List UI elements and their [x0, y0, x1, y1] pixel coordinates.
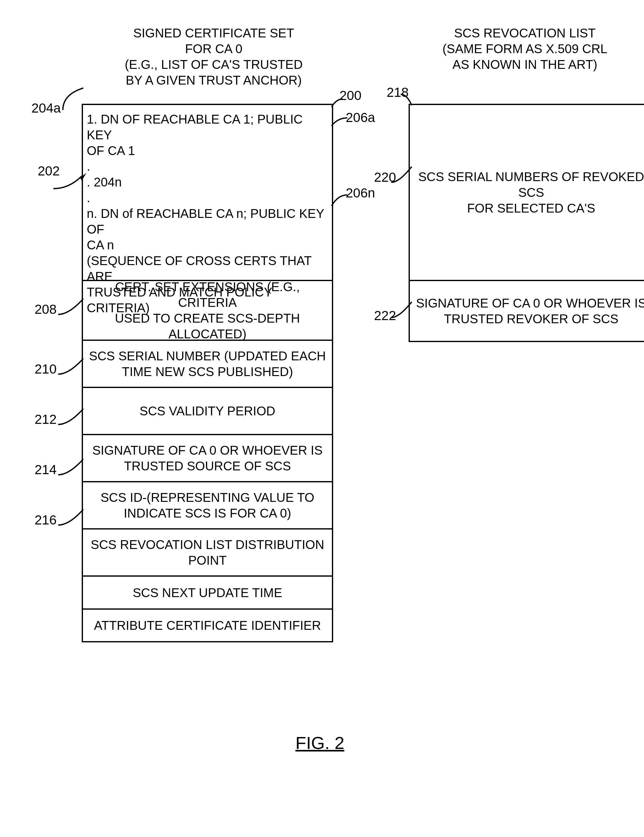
leader-200: [330, 97, 346, 110]
leader-222: [390, 299, 415, 321]
cell-next-update: SCS NEXT UPDATE TIME: [83, 577, 332, 610]
leader-218: [399, 93, 415, 108]
ref-214: 214: [34, 462, 57, 477]
right-title: SCS REVOCATION LIST (SAME FORM AS X.509 …: [412, 25, 638, 72]
cell-revocation-dist: SCS REVOCATION LIST DISTRIBUTION POINT: [83, 530, 332, 577]
leader-220: [390, 164, 415, 185]
cell-serial: SCS SERIAL NUMBER (UPDATED EACH TIME NEW…: [83, 341, 332, 388]
ref-210: 210: [34, 362, 57, 377]
cell-extensions: CERT. SET EXTENSIONS (E.G., CRITERIA USE…: [83, 281, 332, 341]
leader-208: [57, 295, 88, 318]
leader-206a: [330, 117, 352, 129]
leader-204a: [61, 85, 87, 113]
cell-scs-id: SCS ID-(REPRESENTING VALUE TO INDICATE S…: [83, 483, 332, 530]
leader-212: [57, 405, 88, 428]
leader-206n: [330, 194, 352, 209]
leader-214: [57, 456, 88, 478]
cell-revoker-signature: SIGNATURE OF CA 0 OR WHOEVER IS TRUSTED …: [410, 281, 644, 341]
ref-212: 212: [34, 412, 57, 427]
figure-label: FIG. 2: [295, 733, 344, 753]
right-box: SCS SERIAL NUMBERS OF REVOKED SCS FOR SE…: [409, 104, 644, 342]
cell-signature: SIGNATURE OF CA 0 OR WHOEVER IS TRUSTED …: [83, 435, 332, 483]
cell-revoked-serials: SCS SERIAL NUMBERS OF REVOKED SCS FOR SE…: [410, 105, 644, 281]
ref-208: 208: [34, 302, 57, 317]
cell-reachable-cas: 1. DN OF REACHABLE CA 1; PUBLIC KEY OF C…: [83, 105, 332, 281]
ref-204a: 204a: [31, 101, 61, 116]
left-title: SIGNED CERTIFICATE SET FOR CA 0 (E.G., L…: [101, 25, 327, 88]
left-box: 1. DN OF REACHABLE CA 1; PUBLIC KEY OF C…: [82, 104, 333, 642]
cell-validity: SCS VALIDITY PERIOD: [83, 388, 332, 435]
diagram-canvas: SIGNED CERTIFICATE SET FOR CA 0 (E.G., L…: [13, 13, 644, 837]
ref-216: 216: [34, 512, 57, 528]
leader-202: [50, 173, 88, 192]
leader-216: [57, 506, 88, 528]
cell-attr-cert-id: ATTRIBUTE CERTIFICATE IDENTIFIER: [83, 610, 332, 641]
leader-210: [57, 355, 88, 377]
